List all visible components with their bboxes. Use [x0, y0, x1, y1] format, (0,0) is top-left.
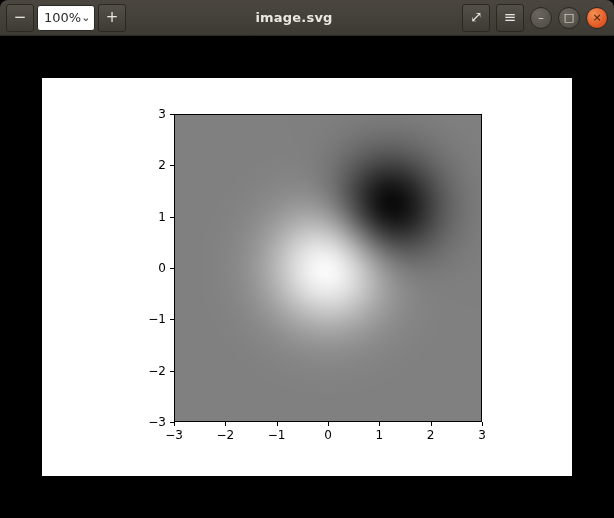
y-tick-label: 1: [140, 210, 166, 224]
close-icon: ×: [592, 11, 601, 24]
zoom-in-button[interactable]: +: [98, 4, 126, 32]
x-tick: [328, 422, 329, 426]
content-area: −3−2−10123−3−2−10123: [0, 36, 614, 518]
viewer-window: − 100% ⌄ + image.svg ⤢ ≡ – □: [0, 0, 614, 518]
y-tick-label: 0: [140, 261, 166, 275]
figure-canvas: −3−2−10123−3−2−10123: [42, 78, 572, 476]
y-tick-label: 2: [140, 158, 166, 172]
hamburger-menu-button[interactable]: ≡: [496, 4, 524, 32]
y-tick: [170, 319, 174, 320]
y-tick: [170, 217, 174, 218]
hamburger-icon: ≡: [504, 10, 517, 25]
plot-axes: [174, 114, 482, 422]
x-tick: [277, 422, 278, 426]
zoom-level-dropdown[interactable]: 100% ⌄: [37, 5, 95, 31]
minus-icon: −: [14, 10, 27, 25]
fullscreen-icon: ⤢: [470, 10, 483, 25]
x-tick: [379, 422, 380, 426]
x-tick-label: 3: [469, 428, 495, 442]
chevron-down-icon: ⌄: [81, 11, 90, 24]
y-tick: [170, 371, 174, 372]
plus-icon: +: [106, 10, 119, 25]
y-tick-label: −2: [140, 364, 166, 378]
y-tick: [170, 114, 174, 115]
x-tick: [431, 422, 432, 426]
x-tick-label: −2: [212, 428, 238, 442]
maximize-icon: □: [564, 11, 574, 24]
y-tick: [170, 268, 174, 269]
y-tick-label: −3: [140, 415, 166, 429]
x-tick-label: 2: [418, 428, 444, 442]
x-tick: [482, 422, 483, 426]
close-button[interactable]: ×: [586, 7, 608, 29]
minimize-icon: –: [538, 11, 544, 24]
titlebar: − 100% ⌄ + image.svg ⤢ ≡ – □: [0, 0, 614, 36]
x-tick-label: −3: [161, 428, 187, 442]
fullscreen-button[interactable]: ⤢: [462, 4, 490, 32]
x-tick: [225, 422, 226, 426]
zoom-value: 100%: [44, 10, 81, 25]
heatmap: [175, 115, 481, 421]
window-controls: ⤢ ≡ – □ ×: [462, 4, 608, 32]
maximize-button[interactable]: □: [558, 7, 580, 29]
zoom-out-button[interactable]: −: [6, 4, 34, 32]
minimize-button[interactable]: –: [530, 7, 552, 29]
y-tick: [170, 165, 174, 166]
window-title: image.svg: [126, 10, 462, 25]
x-tick-label: 1: [366, 428, 392, 442]
x-tick-label: 0: [315, 428, 341, 442]
x-tick-label: −1: [264, 428, 290, 442]
zoom-control-group: − 100% ⌄ +: [6, 4, 126, 32]
x-tick: [174, 422, 175, 426]
y-tick-label: −1: [140, 312, 166, 326]
y-tick-label: 3: [140, 107, 166, 121]
